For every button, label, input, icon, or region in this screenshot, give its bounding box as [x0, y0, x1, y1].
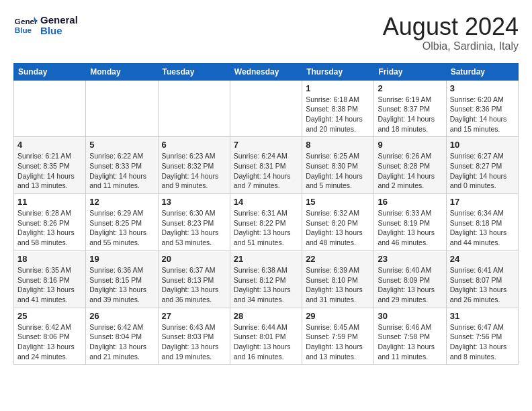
day-number: 16 — [378, 197, 442, 207]
day-number: 31 — [450, 311, 515, 321]
day-info: Sunrise: 6:20 AM Sunset: 8:36 PM Dayligh… — [450, 95, 515, 134]
day-info: Sunrise: 6:37 AM Sunset: 8:13 PM Dayligh… — [162, 265, 226, 305]
calendar-cell: 17Sunrise: 6:34 AM Sunset: 8:18 PM Dayli… — [446, 194, 518, 251]
day-number: 23 — [378, 254, 442, 264]
day-number: 20 — [162, 254, 226, 264]
calendar-week-row: 18Sunrise: 6:35 AM Sunset: 8:16 PM Dayli… — [14, 250, 519, 308]
day-info: Sunrise: 6:34 AM Sunset: 8:18 PM Dayligh… — [450, 208, 515, 248]
calendar-cell: 10Sunrise: 6:27 AM Sunset: 8:27 PM Dayli… — [446, 137, 518, 194]
calendar-cell: 6Sunrise: 6:23 AM Sunset: 8:32 PM Daylig… — [158, 137, 230, 194]
day-info: Sunrise: 6:19 AM Sunset: 8:37 PM Dayligh… — [378, 95, 442, 134]
day-info: Sunrise: 6:28 AM Sunset: 8:26 PM Dayligh… — [17, 208, 82, 248]
day-number: 2 — [378, 83, 442, 93]
day-number: 7 — [234, 140, 298, 150]
calendar-cell: 2Sunrise: 6:19 AM Sunset: 8:37 PM Daylig… — [374, 80, 446, 137]
day-info: Sunrise: 6:35 AM Sunset: 8:16 PM Dayligh… — [17, 265, 82, 305]
day-number: 14 — [234, 197, 298, 207]
calendar-cell: 16Sunrise: 6:33 AM Sunset: 8:19 PM Dayli… — [374, 194, 446, 251]
day-info: Sunrise: 6:41 AM Sunset: 8:07 PM Dayligh… — [450, 265, 515, 305]
day-number: 18 — [17, 254, 82, 264]
logo-icon: General Blue — [13, 13, 38, 38]
day-number: 17 — [450, 197, 515, 207]
calendar-cell: 30Sunrise: 6:46 AM Sunset: 7:58 PM Dayli… — [374, 308, 446, 365]
day-info: Sunrise: 6:45 AM Sunset: 7:59 PM Dayligh… — [306, 322, 370, 362]
calendar-cell — [158, 80, 230, 137]
day-number: 8 — [306, 140, 370, 150]
calendar-cell: 9Sunrise: 6:26 AM Sunset: 8:28 PM Daylig… — [374, 137, 446, 194]
day-info: Sunrise: 6:24 AM Sunset: 8:31 PM Dayligh… — [234, 151, 298, 191]
page-header: General Blue General Blue August 2024 Ol… — [13, 13, 519, 52]
calendar-table: SundayMondayTuesdayWednesdayThursdayFrid… — [13, 63, 519, 365]
calendar-week-row: 25Sunrise: 6:42 AM Sunset: 8:06 PM Dayli… — [14, 308, 519, 365]
day-info: Sunrise: 6:23 AM Sunset: 8:32 PM Dayligh… — [162, 151, 226, 191]
day-number: 4 — [17, 140, 82, 150]
calendar-cell: 22Sunrise: 6:39 AM Sunset: 8:10 PM Dayli… — [302, 250, 374, 308]
column-header-friday: Friday — [374, 63, 446, 80]
day-number: 3 — [450, 83, 515, 93]
day-info: Sunrise: 6:29 AM Sunset: 8:25 PM Dayligh… — [89, 208, 154, 248]
day-info: Sunrise: 6:46 AM Sunset: 7:58 PM Dayligh… — [378, 322, 442, 362]
calendar-cell: 1Sunrise: 6:18 AM Sunset: 8:38 PM Daylig… — [302, 80, 374, 137]
calendar-cell: 31Sunrise: 6:47 AM Sunset: 7:56 PM Dayli… — [446, 308, 518, 365]
title-block: August 2024 Olbia, Sardinia, Italy — [383, 13, 519, 52]
day-number: 28 — [234, 311, 298, 321]
day-number: 30 — [378, 311, 442, 321]
calendar-cell: 4Sunrise: 6:21 AM Sunset: 8:35 PM Daylig… — [14, 137, 86, 194]
day-info: Sunrise: 6:30 AM Sunset: 8:23 PM Dayligh… — [162, 208, 226, 248]
calendar-cell: 20Sunrise: 6:37 AM Sunset: 8:13 PM Dayli… — [158, 250, 230, 308]
day-info: Sunrise: 6:32 AM Sunset: 8:20 PM Dayligh… — [306, 208, 370, 248]
day-number: 9 — [378, 140, 442, 150]
day-number: 21 — [234, 254, 298, 264]
day-info: Sunrise: 6:21 AM Sunset: 8:35 PM Dayligh… — [17, 151, 82, 191]
calendar-cell — [86, 80, 158, 137]
column-header-thursday: Thursday — [302, 63, 374, 80]
calendar-cell: 21Sunrise: 6:38 AM Sunset: 8:12 PM Dayli… — [230, 250, 302, 308]
calendar-week-row: 4Sunrise: 6:21 AM Sunset: 8:35 PM Daylig… — [14, 137, 519, 194]
calendar-cell: 23Sunrise: 6:40 AM Sunset: 8:09 PM Dayli… — [374, 250, 446, 308]
calendar-cell: 5Sunrise: 6:22 AM Sunset: 8:33 PM Daylig… — [86, 137, 158, 194]
day-info: Sunrise: 6:36 AM Sunset: 8:15 PM Dayligh… — [89, 265, 154, 305]
calendar-cell: 25Sunrise: 6:42 AM Sunset: 8:06 PM Dayli… — [14, 308, 86, 365]
calendar-cell: 14Sunrise: 6:31 AM Sunset: 8:22 PM Dayli… — [230, 194, 302, 251]
calendar-week-row: 11Sunrise: 6:28 AM Sunset: 8:26 PM Dayli… — [14, 194, 519, 251]
calendar-cell: 8Sunrise: 6:25 AM Sunset: 8:30 PM Daylig… — [302, 137, 374, 194]
calendar-cell: 12Sunrise: 6:29 AM Sunset: 8:25 PM Dayli… — [86, 194, 158, 251]
day-number: 29 — [306, 311, 370, 321]
day-info: Sunrise: 6:43 AM Sunset: 8:03 PM Dayligh… — [162, 322, 226, 362]
calendar-cell: 13Sunrise: 6:30 AM Sunset: 8:23 PM Dayli… — [158, 194, 230, 251]
calendar-cell — [14, 80, 86, 137]
logo-text-blue: Blue — [40, 26, 78, 37]
day-info: Sunrise: 6:40 AM Sunset: 8:09 PM Dayligh… — [378, 265, 442, 305]
column-header-saturday: Saturday — [446, 63, 518, 80]
calendar-cell: 27Sunrise: 6:43 AM Sunset: 8:03 PM Dayli… — [158, 308, 230, 365]
calendar-cell: 11Sunrise: 6:28 AM Sunset: 8:26 PM Dayli… — [14, 194, 86, 251]
calendar-cell: 24Sunrise: 6:41 AM Sunset: 8:07 PM Dayli… — [446, 250, 518, 308]
calendar-cell: 28Sunrise: 6:44 AM Sunset: 8:01 PM Dayli… — [230, 308, 302, 365]
day-info: Sunrise: 6:22 AM Sunset: 8:33 PM Dayligh… — [89, 151, 154, 191]
calendar-cell: 18Sunrise: 6:35 AM Sunset: 8:16 PM Dayli… — [14, 250, 86, 308]
day-number: 12 — [89, 197, 154, 207]
page-title: August 2024 — [383, 13, 519, 40]
logo: General Blue General Blue — [13, 13, 78, 38]
column-header-sunday: Sunday — [14, 63, 86, 80]
column-header-wednesday: Wednesday — [230, 63, 302, 80]
column-header-tuesday: Tuesday — [158, 63, 230, 80]
day-number: 1 — [306, 83, 370, 93]
day-number: 11 — [17, 197, 82, 207]
svg-text:Blue: Blue — [15, 26, 32, 34]
day-number: 26 — [89, 311, 154, 321]
calendar-cell: 29Sunrise: 6:45 AM Sunset: 7:59 PM Dayli… — [302, 308, 374, 365]
day-number: 24 — [450, 254, 515, 264]
day-info: Sunrise: 6:42 AM Sunset: 8:04 PM Dayligh… — [89, 322, 154, 362]
day-info: Sunrise: 6:27 AM Sunset: 8:27 PM Dayligh… — [450, 151, 515, 191]
day-info: Sunrise: 6:31 AM Sunset: 8:22 PM Dayligh… — [234, 208, 298, 248]
day-info: Sunrise: 6:42 AM Sunset: 8:06 PM Dayligh… — [17, 322, 82, 362]
calendar-cell: 15Sunrise: 6:32 AM Sunset: 8:20 PM Dayli… — [302, 194, 374, 251]
day-number: 15 — [306, 197, 370, 207]
calendar-cell: 26Sunrise: 6:42 AM Sunset: 8:04 PM Dayli… — [86, 308, 158, 365]
calendar-cell: 19Sunrise: 6:36 AM Sunset: 8:15 PM Dayli… — [86, 250, 158, 308]
day-number: 10 — [450, 140, 515, 150]
calendar-cell: 7Sunrise: 6:24 AM Sunset: 8:31 PM Daylig… — [230, 137, 302, 194]
day-info: Sunrise: 6:18 AM Sunset: 8:38 PM Dayligh… — [306, 95, 370, 134]
day-number: 13 — [162, 197, 226, 207]
